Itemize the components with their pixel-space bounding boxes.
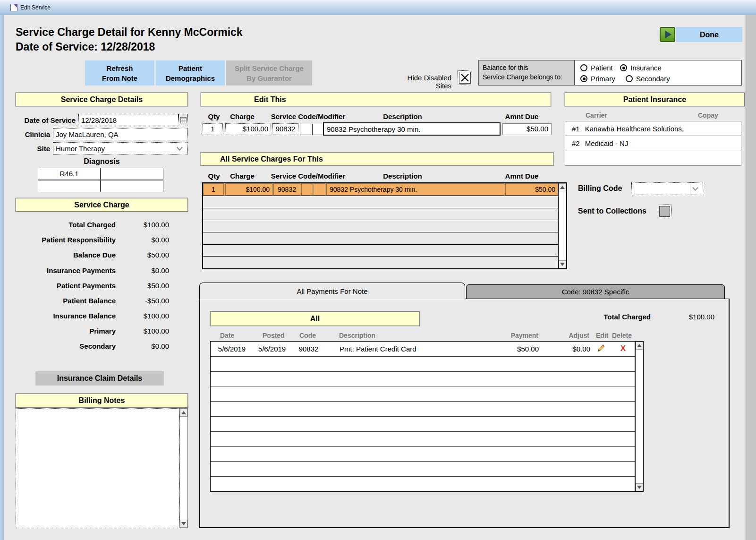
- edit-charge-cell[interactable]: $100.00: [225, 123, 271, 135]
- payment-row-empty[interactable]: [211, 356, 635, 371]
- summary-label: Patient Payments: [21, 282, 116, 290]
- scroll-track[interactable]: [559, 191, 566, 260]
- scroll-track[interactable]: [636, 350, 643, 483]
- charge-row-empty[interactable]: [203, 256, 558, 268]
- summary-label: Total Charged: [21, 221, 116, 229]
- billing-code-label: Billing Code: [578, 184, 622, 193]
- patient-insurance-list: #1 Kanawha Healthcare Solutions, #2 Medi…: [565, 121, 741, 166]
- payment-row-empty[interactable]: [211, 371, 635, 386]
- scroll-track[interactable]: [180, 417, 187, 520]
- billing-notes-scrollbar[interactable]: [179, 408, 188, 528]
- page-title: Service Charge Detail for Kenny McCormic…: [16, 26, 243, 39]
- col-header-charge: Charge: [220, 172, 265, 180]
- payment-row[interactable]: 5/6/2019 5/6/2019 90832 Pmt: Patient Cre…: [211, 342, 635, 356]
- done-button[interactable]: Done: [676, 27, 742, 42]
- charge-row-selected[interactable]: 1 $100.00 90832 90832 Psychotherapy 30 m…: [203, 183, 558, 196]
- charge-row-empty[interactable]: [203, 220, 558, 232]
- balance-radio-group: Patient Insurance Primary Secondary: [575, 60, 742, 86]
- scroll-down-button[interactable]: [559, 260, 566, 268]
- date-of-service-input[interactable]: [78, 114, 178, 126]
- col-header-description: Description: [339, 332, 375, 339]
- summary-value: $100.00: [122, 312, 169, 320]
- col-header-code: Code: [299, 332, 316, 339]
- edit-modifier2-cell[interactable]: [312, 124, 323, 135]
- radio-insurance[interactable]: Insurance: [620, 64, 662, 72]
- calendar-button[interactable]: [178, 114, 188, 126]
- scroll-up-button[interactable]: [636, 342, 643, 350]
- scroll-up-button[interactable]: [180, 409, 187, 417]
- charge-row-empty[interactable]: [203, 232, 558, 244]
- charge-row-empty[interactable]: [203, 208, 558, 220]
- edit-payment-button[interactable]: [592, 344, 611, 354]
- delete-x-icon: X: [620, 344, 626, 353]
- edit-description-input[interactable]: [323, 122, 501, 136]
- delete-payment-button[interactable]: X: [611, 344, 636, 353]
- insurance-claim-details-button[interactable]: Insurance Claim Details: [35, 371, 164, 386]
- summary-value: -$50.00: [122, 297, 169, 305]
- radio-primary-label: Primary: [591, 75, 615, 83]
- title-bar[interactable]: Edit Service: [0, 0, 756, 15]
- col-header-amnt-due: Amnt Due: [496, 112, 548, 120]
- radio-secondary[interactable]: Secondary: [626, 75, 670, 83]
- billing-code-dropdown-button[interactable]: [690, 184, 700, 194]
- charge-row-empty[interactable]: [203, 196, 558, 208]
- summary-label: Secondary: [21, 342, 116, 350]
- payment-description: Pmt: Patient Credit Card: [326, 345, 475, 353]
- charge-code-cell: 90832: [273, 183, 300, 196]
- insurance-row[interactable]: #2 Medicaid - NJ: [565, 136, 741, 151]
- col-header-amnt-due: Amnt Due: [496, 172, 548, 180]
- col-header-payment: Payment: [491, 332, 538, 339]
- payment-row-empty[interactable]: [211, 461, 635, 476]
- payment-row-empty[interactable]: [211, 446, 635, 462]
- payment-row-empty[interactable]: [211, 416, 635, 431]
- carrier-label: Carrier: [586, 111, 607, 119]
- insurance-carrier-name: Kanawha Healthcare Solutions,: [585, 125, 684, 133]
- chevron-down-icon: [177, 145, 183, 151]
- diagnosis-cell[interactable]: R46.1: [38, 168, 101, 180]
- edit-qty-cell[interactable]: 1: [203, 123, 223, 135]
- edit-modifier1-cell[interactable]: [300, 124, 311, 135]
- scroll-down-button[interactable]: [180, 520, 187, 528]
- radio-primary[interactable]: Primary: [580, 75, 615, 83]
- col-header-description: Description: [359, 172, 446, 180]
- sent-to-collections-checkbox[interactable]: [659, 206, 670, 217]
- arrow-down-icon: [560, 263, 565, 266]
- payment-row-empty[interactable]: [211, 431, 635, 446]
- charges-scrollbar[interactable]: [558, 183, 566, 268]
- patient-demographics-button[interactable]: Patient Demographics: [156, 60, 225, 86]
- insurance-row[interactable]: #1 Kanawha Healthcare Solutions,: [565, 121, 741, 136]
- radio-patient[interactable]: Patient: [580, 64, 613, 72]
- scroll-up-button[interactable]: [559, 183, 566, 191]
- hide-disabled-sites-checkbox[interactable]: [459, 72, 471, 84]
- pencil-icon: [597, 344, 605, 352]
- billing-code-select[interactable]: [631, 182, 703, 195]
- play-button[interactable]: [660, 27, 675, 42]
- refresh-from-note-button[interactable]: Refresh From Note: [85, 60, 154, 86]
- insurance-row-empty[interactable]: [565, 151, 741, 165]
- charge-charge-cell: $100.00: [225, 183, 272, 196]
- payment-row-empty[interactable]: [211, 476, 635, 491]
- site-select[interactable]: Humor Therapy: [53, 142, 188, 154]
- payments-scrollbar[interactable]: [635, 341, 644, 492]
- scroll-down-button[interactable]: [636, 483, 643, 491]
- payment-row-empty[interactable]: [211, 386, 635, 401]
- demographics-label-line2: Demographics: [166, 73, 215, 83]
- diagnosis-cell[interactable]: [101, 180, 163, 192]
- tab-all-payments-for-note[interactable]: All Payments For Note: [199, 283, 465, 300]
- diagnosis-cell[interactable]: [38, 180, 101, 192]
- col-header-delete: Delete: [612, 332, 632, 339]
- col-header-edit: Edit: [596, 332, 608, 339]
- clinician-input[interactable]: [53, 128, 188, 140]
- site-dropdown-button[interactable]: [174, 144, 185, 153]
- charge-row-empty[interactable]: [203, 244, 558, 257]
- total-charged-value: $100.00: [667, 313, 714, 321]
- diagnosis-cell[interactable]: [101, 168, 163, 180]
- tab-code-specific[interactable]: Code: 90832 Specific: [466, 284, 725, 299]
- payment-row-empty[interactable]: [211, 401, 635, 416]
- summary-label: Insurance Balance: [21, 312, 116, 320]
- edit-code-cell[interactable]: 90832: [272, 123, 298, 135]
- radio-primary-icon: [580, 75, 587, 82]
- split-service-charge-button[interactable]: Split Service Charge By Guarantor: [226, 60, 312, 86]
- payment-amount: $50.00: [475, 345, 541, 353]
- billing-notes-input[interactable]: [16, 408, 179, 528]
